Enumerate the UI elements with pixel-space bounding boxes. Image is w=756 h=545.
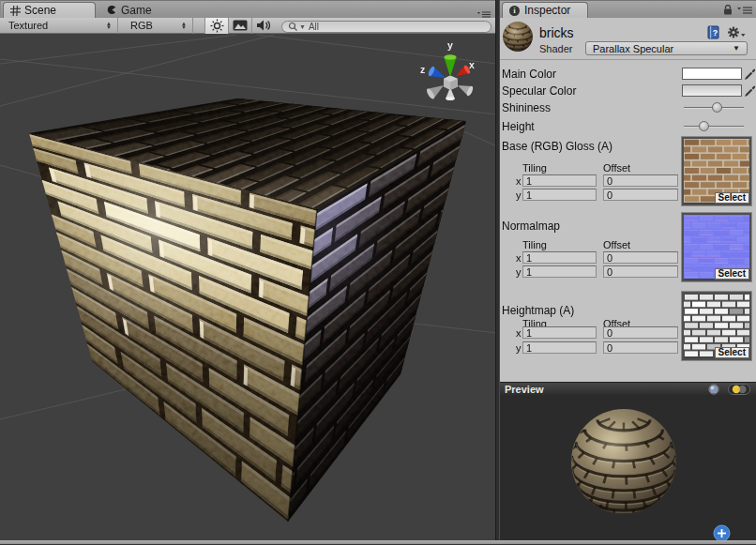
svg-text:z: z (420, 64, 425, 75)
svg-text:?: ? (713, 28, 718, 38)
svg-text:y: y (447, 39, 453, 51)
svg-text:x: x (469, 59, 475, 70)
